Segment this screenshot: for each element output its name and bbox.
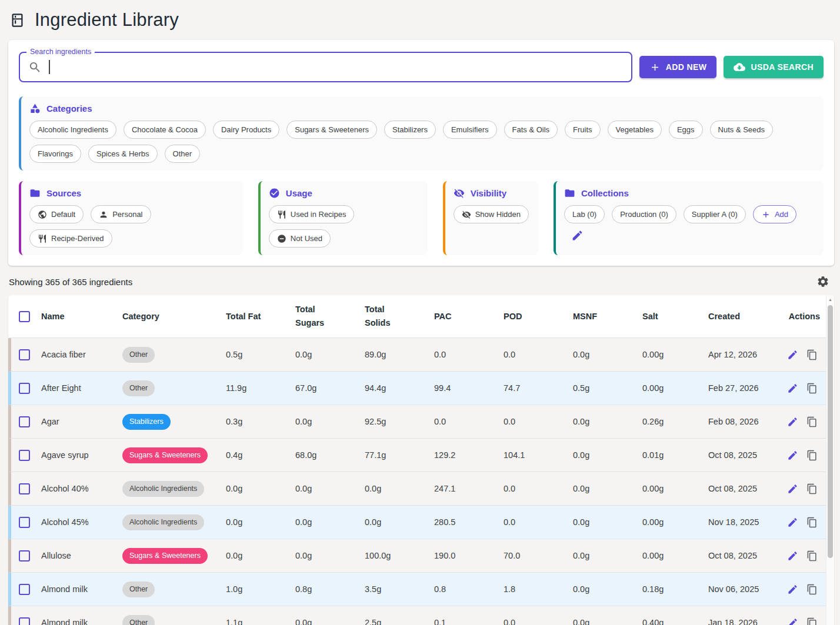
cell-pac: 190.0 xyxy=(434,551,504,560)
cell-category: Alcoholic Ingredients xyxy=(122,481,226,497)
table-row: Acacia fiberOther0.5g0.0g89.0g0.00.00.0g… xyxy=(8,338,826,372)
category-chip-fats-oils[interactable]: Fats & Oils xyxy=(504,121,558,139)
edit-row-button[interactable] xyxy=(787,517,798,528)
cell-total_sugars: 0.8g xyxy=(295,584,365,594)
category-chip-nuts-seeds[interactable]: Nuts & Seeds xyxy=(710,121,774,139)
usage-chip-not-used[interactable]: Not Used xyxy=(269,229,331,248)
table-row: AgarStabilizers0.3g0.0g92.5g0.00.00.0g0.… xyxy=(8,405,826,439)
row-checkbox[interactable] xyxy=(19,383,30,394)
add-new-button[interactable]: ADD NEW xyxy=(639,56,717,78)
cell-name: Almond milk xyxy=(41,584,122,594)
cell-actions xyxy=(780,383,826,394)
edit-row-button[interactable] xyxy=(787,450,798,461)
chip-label: Lab (0) xyxy=(572,210,596,219)
cell-total_fat: 11.9g xyxy=(226,383,295,393)
category-chip-other[interactable]: Other xyxy=(165,145,201,163)
row-checkbox[interactable] xyxy=(19,483,30,494)
duplicate-row-button[interactable] xyxy=(806,617,818,625)
cell-pod: 0.0 xyxy=(504,484,573,493)
visibility-chip-show-hidden[interactable]: Show Hidden xyxy=(454,205,529,223)
edit-row-button[interactable] xyxy=(787,550,798,562)
cell-salt: 0.00g xyxy=(642,350,708,359)
chip-label: Personal xyxy=(112,210,142,219)
cell-pod: 70.0 xyxy=(504,551,573,560)
category-chip-alcoholic-ingredients[interactable]: Alcoholic Ingredients xyxy=(29,121,116,139)
duplicate-row-button[interactable] xyxy=(806,584,818,595)
category-chip-stabilizers[interactable]: Stabilizers xyxy=(384,121,436,139)
cell-created: Feb 08, 2026 xyxy=(708,417,780,426)
category-chip-eggs[interactable]: Eggs xyxy=(669,121,703,139)
cell-category: Sugars & Sweeteners xyxy=(122,447,226,463)
cell-total_fat: 0.0g xyxy=(226,517,295,527)
duplicate-row-button[interactable] xyxy=(806,383,818,394)
cell-total_sugars: 0.0g xyxy=(295,517,365,527)
column-header-total_solids: Total Solids xyxy=(365,303,434,330)
cell-created: Apr 12, 2026 xyxy=(708,350,780,359)
usda-search-button[interactable]: USDA SEARCH xyxy=(724,56,824,78)
edit-row-button[interactable] xyxy=(787,416,798,427)
duplicate-row-button[interactable] xyxy=(806,483,818,494)
cell-total_sugars: 67.0g xyxy=(295,383,365,393)
gear-icon[interactable] xyxy=(816,275,829,288)
cell-actions xyxy=(780,517,826,528)
cell-total_solids: 92.5g xyxy=(365,417,434,426)
row-checkbox[interactable] xyxy=(19,550,30,562)
cell-pac: 0.8 xyxy=(434,584,504,594)
row-checkbox[interactable] xyxy=(19,517,30,528)
column-header-total_fat: Total Fat xyxy=(226,312,295,321)
shapes-icon xyxy=(29,103,41,114)
category-chip-sugars-sweeteners[interactable]: Sugars & Sweeteners xyxy=(286,121,377,139)
scrollbar-up-arrow[interactable]: ▲ xyxy=(828,297,832,303)
category-chip-fruits[interactable]: Fruits xyxy=(565,121,601,139)
scrollbar-thumb[interactable] xyxy=(828,305,833,558)
sources-chip-recipe-derived[interactable]: Recipe-Derived xyxy=(29,229,112,248)
duplicate-row-button[interactable] xyxy=(806,550,818,562)
cell-total_sugars: 0.0g xyxy=(295,551,365,560)
cell-created: Feb 27, 2026 xyxy=(708,383,780,393)
cell-msnf: 0.0g xyxy=(573,517,642,527)
cell-pod: 0.0 xyxy=(504,618,573,625)
category-chip-chocolate-cocoa[interactable]: Chocolate & Cocoa xyxy=(124,121,206,139)
category-chip-flavorings[interactable]: Flavorings xyxy=(29,145,81,163)
cell-created: Oct 08, 2025 xyxy=(708,551,780,560)
edit-row-button[interactable] xyxy=(787,349,798,360)
row-checkbox[interactable] xyxy=(19,416,30,427)
chip-label: Fats & Oils xyxy=(512,125,550,134)
search-input[interactable]: Search ingredients xyxy=(19,52,632,82)
duplicate-row-button[interactable] xyxy=(806,517,818,528)
row-checkbox[interactable] xyxy=(19,450,30,461)
edit-row-button[interactable] xyxy=(787,617,798,625)
row-checkbox[interactable] xyxy=(19,617,30,625)
sources-chip-default[interactable]: Default xyxy=(29,205,84,223)
edit-row-button[interactable] xyxy=(787,383,798,394)
sources-chip-personal[interactable]: Personal xyxy=(91,205,151,223)
cell-salt: 0.26g xyxy=(642,417,708,426)
cell-total_sugars: 0.0g xyxy=(295,618,365,625)
cell-total_fat: 0.3g xyxy=(226,417,295,426)
duplicate-row-button[interactable] xyxy=(806,450,818,461)
chip-label: Add xyxy=(775,210,788,219)
duplicate-row-button[interactable] xyxy=(806,349,818,360)
cell-msnf: 0.0g xyxy=(573,450,642,460)
row-checkbox[interactable] xyxy=(19,349,30,360)
category-chip-spices-herbs[interactable]: Spices & Herbs xyxy=(88,145,158,163)
table-scrollbar[interactable]: ▲ xyxy=(826,295,834,625)
collections-chip-production-0-[interactable]: Production (0) xyxy=(612,205,676,223)
edit-row-button[interactable] xyxy=(787,483,798,494)
collections-chip-add[interactable]: Add xyxy=(753,205,796,223)
cell-salt: 0.00g xyxy=(642,484,708,493)
edit-row-button[interactable] xyxy=(787,584,798,595)
usage-chip-used-in-recipes[interactable]: Used in Recipes xyxy=(269,205,355,223)
collections-chip-supplier-a-0-[interactable]: Supplier A (0) xyxy=(684,205,746,223)
chip-label: Production (0) xyxy=(620,210,668,219)
category-chip-vegetables[interactable]: Vegetables xyxy=(608,121,662,139)
category-chip-emulsifiers[interactable]: Emulsifiers xyxy=(443,121,497,139)
cell-actions xyxy=(780,483,826,494)
duplicate-row-button[interactable] xyxy=(806,416,818,427)
collections-chip-lab-0-[interactable]: Lab (0) xyxy=(564,205,605,223)
plus-icon xyxy=(649,62,661,73)
edit-collections-button[interactable] xyxy=(571,229,584,242)
select-all-checkbox[interactable] xyxy=(19,311,30,322)
row-checkbox[interactable] xyxy=(19,584,30,595)
category-chip-dairy-products[interactable]: Dairy Products xyxy=(213,121,279,139)
